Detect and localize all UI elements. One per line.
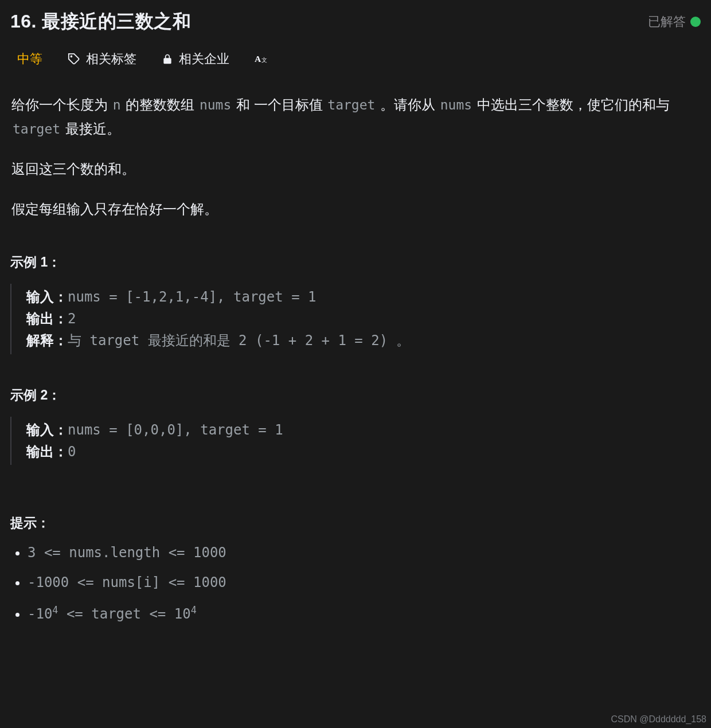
- example-1-output: 输出：2: [26, 308, 701, 330]
- watermark: CSDN @Ddddddd_158: [611, 714, 706, 725]
- code-target-2: target: [11, 122, 61, 136]
- example-1-block: 输入：nums = [-1,2,1,-4], target = 1 输出：2 解…: [10, 284, 701, 354]
- status-badge: 已解答: [648, 13, 701, 30]
- example-2-input: 输入：nums = [0,0,0], target = 1: [26, 419, 701, 441]
- problem-container: 16. 最接近的三数之和 已解答 中等 相关标签 相关企业 A文 给你一个长: [0, 0, 711, 622]
- constraint-3: -104 <= target <= 104: [28, 604, 701, 622]
- svg-point-0: [71, 56, 72, 57]
- header-row: 16. 最接近的三数之和 已解答: [10, 9, 701, 34]
- status-label: 已解答: [648, 13, 686, 30]
- desc-paragraph-2: 返回这三个数的和。: [11, 157, 700, 181]
- code-n: n: [112, 97, 122, 112]
- code-nums-2: nums: [439, 97, 473, 112]
- svg-text:文: 文: [261, 57, 267, 63]
- example-1-title: 示例 1：: [10, 253, 701, 271]
- hints-title: 提示：: [10, 514, 701, 532]
- companies-link[interactable]: 相关企业: [162, 50, 229, 68]
- example-2-block: 输入：nums = [0,0,0], target = 1 输出：0: [10, 417, 701, 465]
- font-size-icon: A文: [255, 53, 269, 65]
- svg-text:A: A: [255, 54, 261, 64]
- font-size-button[interactable]: A文: [255, 53, 269, 65]
- tag-icon: [68, 53, 80, 65]
- lock-icon: [162, 53, 173, 65]
- tags-label: 相关标签: [86, 50, 136, 68]
- constraints-list: 3 <= nums.length <= 1000 -1000 <= nums[i…: [10, 545, 701, 622]
- example-1-explain: 解释：与 target 最接近的和是 2 (-1 + 2 + 1 = 2) 。: [26, 330, 701, 351]
- check-circle-icon: [690, 17, 701, 27]
- problem-title: 16. 最接近的三数之和: [10, 9, 191, 34]
- example-2-title: 示例 2：: [10, 386, 701, 404]
- desc-paragraph-3: 假定每组输入只存在恰好一个解。: [11, 197, 700, 221]
- code-nums: nums: [198, 97, 232, 112]
- difficulty-badge[interactable]: 中等: [17, 50, 42, 68]
- constraint-2: -1000 <= nums[i] <= 1000: [28, 574, 701, 590]
- example-2-output: 输出：0: [26, 441, 701, 463]
- constraint-1: 3 <= nums.length <= 1000: [28, 545, 701, 561]
- example-1-input: 输入：nums = [-1,2,1,-4], target = 1: [26, 286, 701, 308]
- meta-row: 中等 相关标签 相关企业 A文: [10, 50, 701, 68]
- code-target: target: [326, 97, 376, 112]
- tags-link[interactable]: 相关标签: [68, 50, 136, 68]
- companies-label: 相关企业: [179, 50, 229, 68]
- desc-paragraph-1: 给你一个长度为 n 的整数数组 nums 和 一个目标值 target 。请你从…: [11, 93, 700, 141]
- problem-description: 给你一个长度为 n 的整数数组 nums 和 一个目标值 target 。请你从…: [10, 93, 701, 221]
